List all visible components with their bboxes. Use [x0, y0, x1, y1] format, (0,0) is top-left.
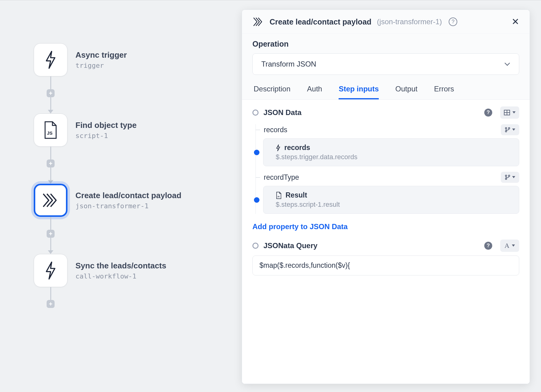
help-icon[interactable]: ?	[449, 17, 457, 26]
svg-point-4	[505, 128, 507, 129]
workflow-canvas[interactable]: Async trigger trigger + JS Find object t…	[0, 0, 541, 392]
node-create-lead-contact-payload[interactable]	[34, 184, 67, 217]
connector: +	[34, 76, 67, 113]
connector: +	[34, 287, 67, 308]
workflow-column: Async trigger trigger + JS Find object t…	[34, 43, 181, 308]
editor-mode-toggle[interactable]: A	[500, 240, 519, 252]
value-title: records	[284, 144, 310, 152]
connector: +	[34, 217, 67, 254]
jsonata-title: JSONata Query	[263, 241, 479, 250]
value-card-records[interactable]: records $.steps.trigger.data.records	[263, 138, 519, 166]
branch-icon	[505, 127, 510, 133]
svg-point-7	[505, 175, 507, 176]
svg-point-8	[508, 175, 510, 176]
required-indicator-icon	[252, 243, 259, 249]
node-title: Find object type	[75, 121, 136, 130]
add-property-link[interactable]: Add property to JSON Data	[252, 222, 519, 231]
add-step-button[interactable]: +	[47, 89, 55, 97]
property-options-button[interactable]	[501, 124, 519, 135]
node-async-trigger[interactable]	[34, 43, 67, 76]
tab-errors[interactable]: Errors	[434, 85, 454, 99]
operation-select[interactable]: Transform JSON	[252, 53, 519, 75]
forward-chevrons-icon	[41, 192, 60, 209]
svg-point-5	[508, 128, 510, 129]
node-title: Sync the leads/contacts	[75, 261, 166, 271]
connection-dot-icon	[254, 150, 259, 155]
node-title: Create lead/contact payload	[75, 191, 181, 200]
tab-output[interactable]: Output	[395, 85, 417, 99]
caret-down-icon	[512, 176, 515, 179]
operation-value: Transform JSON	[261, 60, 316, 68]
caret-down-icon	[512, 129, 515, 131]
panel-header: Create lead/contact payload (json-transf…	[242, 10, 530, 33]
js-file-icon: JS	[276, 192, 282, 199]
close-button[interactable]: ✕	[512, 17, 519, 26]
step-config-panel: Create lead/contact payload (json-transf…	[242, 10, 530, 384]
svg-point-6	[505, 131, 507, 132]
panel-title: Create lead/contact payload	[270, 17, 371, 26]
value-title: Result	[286, 191, 307, 199]
lightning-icon	[276, 144, 281, 152]
property-options-button[interactable]	[501, 172, 519, 183]
lightning-icon	[44, 50, 57, 69]
lightning-icon	[44, 261, 57, 280]
add-step-button[interactable]: +	[47, 300, 55, 308]
svg-text:JS: JS	[47, 130, 52, 136]
panel-id: (json-transformer-1)	[377, 17, 442, 26]
json-data-title: JSON Data	[263, 108, 479, 117]
property-name: recordType	[264, 173, 497, 182]
value-path: $.steps.trigger.data.records	[276, 153, 512, 161]
node-subtitle: json-transformer-1	[75, 202, 181, 210]
caret-down-icon	[512, 244, 515, 247]
add-step-button[interactable]: +	[47, 230, 55, 238]
operation-label: Operation	[252, 40, 519, 48]
node-find-object-type[interactable]: JS	[34, 113, 67, 147]
value-card-recordtype[interactable]: JS Result $.steps.script-1.result	[263, 186, 519, 214]
svg-text:JS: JS	[277, 196, 279, 198]
required-indicator-icon	[252, 110, 259, 116]
tab-description[interactable]: Description	[254, 85, 290, 99]
node-subtitle: trigger	[75, 62, 127, 69]
node-title: Async trigger	[75, 50, 127, 60]
chevron-down-icon	[504, 62, 510, 66]
help-icon[interactable]: ?	[484, 242, 492, 250]
caret-down-icon	[512, 111, 516, 114]
text-mode-icon: A	[505, 242, 509, 250]
property-name: records	[264, 126, 497, 134]
node-subtitle: script-1	[75, 132, 136, 140]
help-icon[interactable]: ?	[484, 109, 492, 117]
table-icon	[504, 110, 510, 115]
forward-chevrons-icon	[252, 17, 264, 27]
connection-dot-icon	[254, 197, 259, 203]
value-path: $.steps.script-1.result	[276, 201, 512, 209]
js-file-icon: JS	[43, 121, 58, 139]
add-step-button[interactable]: +	[47, 159, 55, 167]
config-tabs: Description Auth Step inputs Output Erro…	[252, 85, 519, 99]
branch-icon	[505, 175, 510, 180]
view-mode-toggle[interactable]	[500, 106, 519, 119]
node-subtitle: call-workflow-1	[75, 272, 166, 280]
svg-point-9	[505, 178, 507, 179]
jsonata-query-input[interactable]: $map($.records,function($v){	[252, 256, 519, 275]
node-sync-leads-contacts[interactable]	[34, 254, 67, 287]
tab-step-inputs[interactable]: Step inputs	[339, 85, 379, 99]
tab-auth[interactable]: Auth	[307, 85, 322, 99]
connector: +	[34, 147, 67, 184]
